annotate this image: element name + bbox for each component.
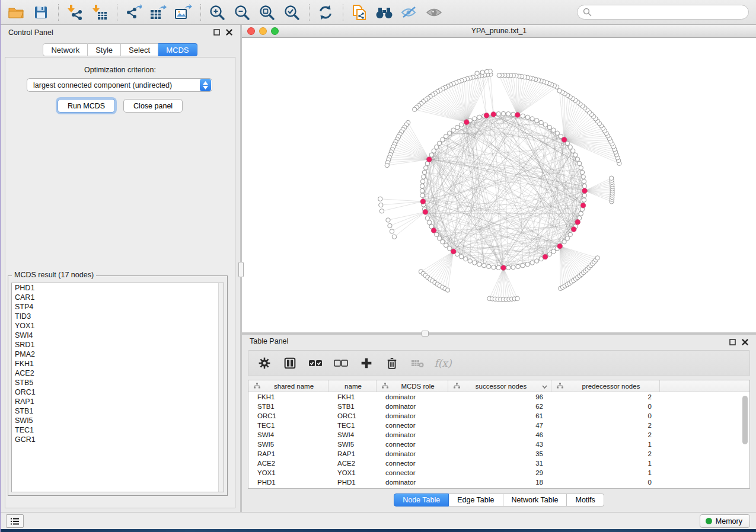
copy-share-button[interactable] bbox=[349, 2, 369, 23]
zoom-out-button[interactable] bbox=[232, 2, 252, 23]
mcds-result-item[interactable]: SWI4 bbox=[12, 331, 224, 340]
save-session-button[interactable] bbox=[31, 2, 51, 23]
column-header-shared-name[interactable]: shared name bbox=[248, 380, 328, 392]
mcds-hub-node[interactable] bbox=[562, 137, 567, 143]
mcds-result-item[interactable]: GCR1 bbox=[12, 435, 224, 444]
ring-node[interactable] bbox=[437, 141, 441, 145]
mcds-result-item[interactable]: RAP1 bbox=[12, 397, 224, 406]
mcds-hub-node[interactable] bbox=[451, 249, 456, 254]
tab-node-table[interactable]: Node Table bbox=[394, 493, 449, 507]
mcds-result-item[interactable]: TID3 bbox=[12, 312, 224, 321]
mcds-result-item[interactable]: STB1 bbox=[12, 406, 224, 416]
mcds-result-item[interactable]: PHD1 bbox=[12, 283, 224, 293]
tab-motifs[interactable]: Motifs bbox=[567, 493, 604, 507]
ring-node[interactable] bbox=[447, 131, 451, 135]
mcds-result-item[interactable]: PMA2 bbox=[12, 350, 224, 359]
ring-node[interactable] bbox=[568, 145, 572, 149]
close-panel-icon[interactable] bbox=[225, 28, 233, 36]
mcds-result-item[interactable]: TEC1 bbox=[12, 425, 224, 435]
mcds-result-list[interactable]: PHD1CAR1STP4TID3YOX1SWI4SRD1PMA2FKH1ACE2… bbox=[11, 283, 224, 492]
export-network-button[interactable] bbox=[123, 2, 143, 23]
ring-node[interactable] bbox=[580, 170, 584, 174]
mcds-result-item[interactable]: FKH1 bbox=[12, 359, 224, 368]
ring-node[interactable] bbox=[579, 211, 583, 216]
mcds-result-item[interactable]: SRD1 bbox=[12, 340, 224, 350]
table-row[interactable]: YOX1YOX1connector291 bbox=[248, 468, 749, 477]
column-header-predecessor-nodes[interactable]: predecessor nodes bbox=[551, 380, 660, 392]
mcds-result-item[interactable]: STP4 bbox=[12, 302, 224, 312]
table-row[interactable]: SWI5SWI5connector431 bbox=[248, 440, 749, 449]
float-panel-icon[interactable] bbox=[213, 28, 221, 36]
mcds-hub-node[interactable] bbox=[484, 113, 489, 118]
table-scrollbar-thumb[interactable] bbox=[742, 396, 748, 444]
deselect-all-button[interactable] bbox=[333, 355, 349, 371]
ring-node[interactable] bbox=[464, 257, 468, 261]
mcds-hub-node[interactable] bbox=[501, 265, 506, 271]
ring-node[interactable] bbox=[501, 111, 505, 116]
ring-node[interactable] bbox=[420, 184, 425, 188]
mcds-hub-node[interactable] bbox=[582, 188, 588, 194]
tab-style[interactable]: Style bbox=[88, 43, 121, 56]
refresh-view-button[interactable] bbox=[315, 2, 336, 23]
ring-node[interactable] bbox=[525, 262, 529, 266]
ring-node[interactable] bbox=[459, 123, 463, 127]
mcds-result-item[interactable]: ORC1 bbox=[12, 387, 224, 397]
ring-node[interactable] bbox=[575, 157, 579, 161]
add-column-button[interactable] bbox=[359, 355, 374, 371]
mcds-hub-node[interactable] bbox=[515, 113, 520, 118]
ring-node[interactable] bbox=[582, 180, 586, 184]
ring-node[interactable] bbox=[444, 243, 448, 247]
ring-node[interactable] bbox=[459, 255, 463, 259]
ring-node[interactable] bbox=[420, 188, 424, 193]
ring-node[interactable] bbox=[521, 114, 525, 118]
mcds-result-item[interactable]: SWI5 bbox=[12, 416, 224, 425]
leaf-node[interactable] bbox=[379, 203, 383, 207]
ring-node[interactable] bbox=[551, 128, 556, 132]
ring-node[interactable] bbox=[573, 153, 578, 157]
mcds-hub-node[interactable] bbox=[543, 254, 548, 259]
ring-node[interactable] bbox=[577, 161, 581, 165]
result-scrollbar[interactable] bbox=[218, 283, 224, 492]
ring-node[interactable] bbox=[455, 125, 459, 129]
ring-node[interactable] bbox=[422, 175, 426, 179]
ring-node[interactable] bbox=[547, 252, 551, 256]
ring-node[interactable] bbox=[487, 264, 491, 268]
search-network-button[interactable] bbox=[374, 2, 394, 23]
ring-node[interactable] bbox=[432, 149, 436, 153]
ring-node[interactable] bbox=[530, 261, 534, 265]
leaf-node[interactable] bbox=[379, 209, 384, 213]
ring-node[interactable] bbox=[451, 128, 455, 132]
table-row[interactable]: PHD1PHD1dominator180 bbox=[248, 477, 749, 487]
ring-node[interactable] bbox=[539, 120, 543, 124]
leaf-node[interactable] bbox=[610, 176, 614, 180]
criterion-select[interactable]: largest connected component (undirected) bbox=[27, 78, 212, 92]
ring-node[interactable] bbox=[427, 220, 431, 225]
leaf-node[interactable] bbox=[392, 235, 396, 239]
tab-edge-table[interactable]: Edge Table bbox=[449, 493, 503, 507]
zoom-fit-button[interactable] bbox=[257, 2, 277, 23]
mcds-result-item[interactable]: ACE2 bbox=[12, 368, 224, 378]
show-panels-list-button[interactable] bbox=[6, 514, 24, 528]
ring-node[interactable] bbox=[496, 265, 500, 270]
export-table-button[interactable] bbox=[148, 2, 168, 23]
ring-node[interactable] bbox=[555, 131, 559, 135]
ring-node[interactable] bbox=[521, 264, 525, 268]
ring-node[interactable] bbox=[582, 184, 586, 188]
ring-node[interactable] bbox=[543, 123, 547, 127]
vertical-splitter-grip[interactable] bbox=[238, 262, 244, 277]
ring-node[interactable] bbox=[473, 117, 477, 121]
leaf-node[interactable] bbox=[515, 296, 519, 300]
ring-node[interactable] bbox=[482, 264, 486, 268]
ring-node[interactable] bbox=[435, 232, 439, 236]
ring-node[interactable] bbox=[551, 249, 556, 254]
mcds-hub-node[interactable] bbox=[464, 120, 470, 125]
ring-node[interactable] bbox=[441, 240, 445, 244]
ring-node[interactable] bbox=[582, 193, 586, 197]
ring-node[interactable] bbox=[496, 112, 500, 116]
ring-node[interactable] bbox=[582, 198, 586, 202]
ring-node[interactable] bbox=[568, 232, 572, 236]
network-canvas[interactable] bbox=[242, 38, 756, 332]
ring-node[interactable] bbox=[511, 265, 515, 269]
leaf-node[interactable] bbox=[557, 89, 562, 93]
ring-node[interactable] bbox=[435, 145, 439, 149]
